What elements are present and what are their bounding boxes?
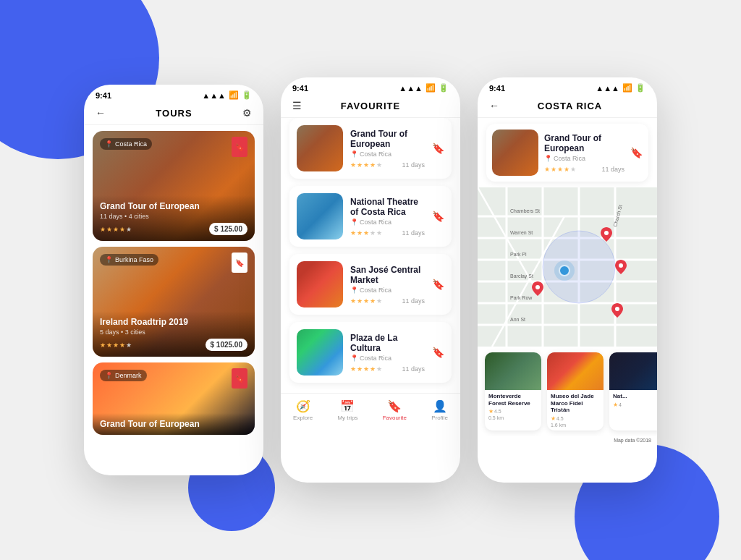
trips-icon: 📅 [340,399,355,413]
favourite-nav-label: Favourite [383,415,407,421]
stars-1: ★ ★ ★ ★ ★ [100,226,132,233]
fav-location-4: 📍 Costa Rica [350,355,425,362]
svg-text:Ann St: Ann St [510,317,525,322]
signal-icon-3: ▲▲▲ [596,84,619,93]
bookmark-btn-1[interactable]: 🔖 [232,137,247,157]
map-top-location: 📍 Costa Rica [544,155,624,162]
map-svg: Chambers St Warren St Church St Park Pl … [478,187,657,347]
svg-text:Warren St: Warren St [510,230,533,235]
tour-card-3[interactable]: 📍 Denmark 🔖 Grand Tour of European [93,362,255,435]
fav-pin-3: 📍 [350,287,358,294]
fav-days-4: 11 days [402,365,425,373]
map-place-info-3: Nat... ★ 4 [609,390,657,411]
nav-mytrips[interactable]: 📅 My trips [337,399,357,421]
nav-favourite[interactable]: 🔖 Favourite [383,399,407,421]
map-header: ← COSTA RICA x [478,96,657,118]
card-sub-1: 11 days • 4 cities [100,213,247,220]
signal-icon-1: ▲▲▲ [202,91,226,100]
map-place-name-3: Nat... [613,393,657,400]
status-icons-1: ▲▲▲ 📶 🔋 [202,90,252,100]
card-info-3: Grand Tour of European [93,413,255,435]
fav-title-4: Plaza de La Cultura [350,333,425,353]
fav-bookmark-4[interactable]: 🔖 [432,347,444,358]
wifi-icon-2: 📶 [425,83,436,93]
fav-info-1: Grand Tour of European 📍 Costa Rica ★ ★ … [350,129,425,169]
fav-card-2[interactable]: National Theatre of Costa Rica 📍 Costa R… [289,186,452,247]
fav-location-3: 📍 Costa Rica [350,287,425,294]
status-bar-3: 9:41 ▲▲▲ 📶 🔋 [478,77,657,96]
wifi-icon-1: 📶 [229,90,239,100]
fav-thumb-2 [297,193,343,239]
fav-card-3[interactable]: San José Central Market 📍 Costa Rica ★ ★… [289,254,452,315]
fav-stars-3: ★ ★ ★ ★ ★ [350,297,382,305]
map-place-info-1: Monteverde Forest Reserve ★ 4.5 0.5 km [485,390,541,423]
card-stars-row-2: ★ ★ ★ ★ ★ $ 1025.00 [100,339,247,351]
fav-thumb-3 [297,261,343,307]
map-place-img-1 [485,352,541,390]
tour-card-1[interactable]: 📍 Costa Rica 🔖 Grand Tour of European 11… [93,131,255,241]
filter-icon[interactable]: ⚙ [242,107,252,119]
svg-text:Chambers St: Chambers St [510,208,540,213]
map-place-3[interactable]: Nat... ★ 4 [609,352,657,430]
map-top-info: Grand Tour of European 📍 Costa Rica ★ ★ … [544,133,624,173]
map-top-bookmark[interactable]: 🔖 [630,147,643,158]
battery-icon-3: 🔋 [635,83,645,93]
location-badge-3: 📍 Denmark [100,370,147,381]
time-3: 9:41 [489,84,505,93]
fav-bookmark-3[interactable]: 🔖 [432,279,444,290]
map-place-info-2: Museo del Jade Marco Fidel Tristán ★ 4.5… [547,390,604,430]
map-title: COSTA RICA [499,101,640,111]
favourite-list: Grand Tour of European 📍 Costa Rica ★ ★ … [281,118,460,390]
fav-bookmark-1[interactable]: 🔖 [432,143,444,154]
location-badge-2: 📍 Burkina Faso [100,254,158,266]
fav-bookmark-2[interactable]: 🔖 [432,211,444,222]
menu-icon[interactable]: ☰ [292,100,302,111]
time-1: 9:41 [96,91,111,100]
phones-container: 9:41 ▲▲▲ 📶 🔋 ← TOURS ⚙ 📍 Costa Rica 🔖 [84,77,657,483]
fav-card-1[interactable]: Grand Tour of European 📍 Costa Rica ★ ★ … [289,118,452,179]
map-credit: Map data ©2018 [478,436,657,446]
nav-explore[interactable]: 🧭 Explore [293,399,313,421]
fav-days-3: 11 days [402,297,425,305]
status-bar-2: 9:41 ▲▲▲ 📶 🔋 [281,77,460,96]
map-place-1[interactable]: Monteverde Forest Reserve ★ 4.5 0.5 km [485,352,541,430]
status-icons-3: ▲▲▲ 📶 🔋 [596,83,645,93]
tours-title: TOURS [106,108,242,119]
pin-icon-3: 📍 [105,372,113,379]
tour-card-2[interactable]: 📍 Burkina Faso 🔖 Ireland Roadtrip 2019 5… [93,247,255,357]
fav-location-2: 📍 Costa Rica [350,219,425,226]
fav-bottom-4: ★ ★ ★ ★ ★ 11 days [350,365,425,373]
map-view[interactable]: Chambers St Warren St Church St Park Pl … [478,187,657,347]
svg-point-26 [615,307,619,311]
stars-2: ★ ★ ★ ★ ★ [100,341,132,349]
svg-point-21 [604,231,609,235]
fav-bottom-2: ★ ★ ★ ★ ★ 11 days [350,229,425,237]
bookmark-btn-3[interactable]: 🔖 [232,368,247,389]
battery-icon-1: 🔋 [242,90,252,100]
fav-stars-4: ★ ★ ★ ★ ★ [350,365,382,373]
trips-label: My trips [337,415,357,421]
card-price-2: $ 1025.00 [206,339,248,351]
map-place-dist-1: 0.5 km [488,415,538,420]
explore-icon: 🧭 [296,399,310,413]
pin-icon-1: 📍 [105,140,113,148]
bookmark-btn-2[interactable]: 🔖 [232,253,247,273]
back-icon-3[interactable]: ← [489,100,499,111]
map-top-card[interactable]: Grand Tour of European 📍 Costa Rica ★ ★ … [486,124,648,182]
svg-text:Park Pl: Park Pl [510,252,527,257]
fav-location-1: 📍 Costa Rica [350,150,425,158]
fav-info-3: San José Central Market 📍 Costa Rica ★ ★… [350,265,425,305]
fav-title-1: Grand Tour of European [350,129,425,149]
back-icon-1[interactable]: ← [96,107,106,119]
map-place-stars-2: ★ 4.5 [551,415,600,422]
nav-profile[interactable]: 👤 Profile [431,399,448,421]
battery-icon-2: 🔋 [439,83,449,93]
card-title-3: Grand Tour of European [100,419,247,429]
fav-card-4[interactable]: Plaza de La Cultura 📍 Costa Rica ★ ★ ★ ★… [289,322,452,383]
phone-favourite: 9:41 ▲▲▲ 📶 🔋 ☰ FAVOURITE ☰ Grand Tour of… [281,77,460,483]
fav-title-3: San José Central Market [350,265,425,285]
map-place-2[interactable]: Museo del Jade Marco Fidel Tristán ★ 4.5… [547,352,604,430]
map-top-pin: 📍 [544,155,552,162]
map-place-name-2: Museo del Jade Marco Fidel Tristán [551,393,600,414]
signal-icon-2: ▲▲▲ [399,84,423,93]
